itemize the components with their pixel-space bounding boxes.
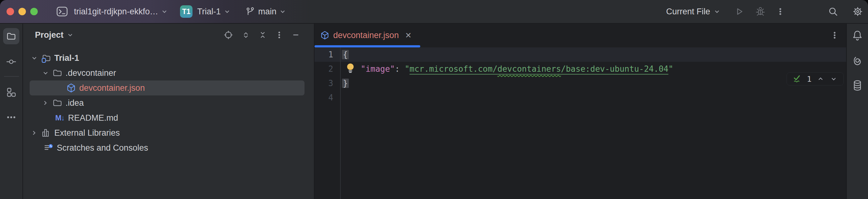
settings-gear-icon[interactable]: [852, 6, 864, 18]
project-switcher[interactable]: trial1git-rdjkpn-ekkfo…: [74, 7, 158, 16]
folder-icon: [53, 98, 62, 108]
main-area: Project: [0, 24, 868, 199]
code-line-1: {: [342, 47, 846, 62]
chevron-down-icon: [279, 8, 286, 15]
commit-toolwindow-button[interactable]: [3, 54, 19, 70]
tree-item-scratches[interactable]: Scratches and Consoles: [23, 140, 314, 155]
ai-assistant-button[interactable]: [849, 53, 866, 69]
tab-devcontainer-json[interactable]: devcontainer.json ✕: [314, 24, 420, 47]
project-panel-header: Project: [23, 24, 314, 46]
commit-icon: [6, 57, 17, 67]
chevron-right-icon[interactable]: [30, 129, 39, 137]
chevron-down-icon: [713, 8, 721, 15]
tree-item-devcontainer-json[interactable]: devcontainer.json: [23, 80, 314, 95]
minimize-window-button[interactable]: [19, 8, 26, 15]
workspace-badge[interactable]: T1: [180, 5, 192, 18]
tab-options-icon[interactable]: [831, 30, 839, 40]
tree-item-external-libraries[interactable]: External Libraries: [23, 125, 314, 140]
scratches-icon: [44, 143, 54, 153]
project-folder-icon: [6, 31, 16, 41]
tree-item-label: devcontainer.json: [79, 83, 145, 93]
tree-item-label: External Libraries: [54, 128, 120, 138]
window-controls: [6, 8, 38, 15]
notifications-button[interactable]: [849, 28, 866, 44]
chevron-down-icon[interactable]: [30, 54, 39, 62]
database-button[interactable]: [849, 77, 866, 94]
inspections-widget[interactable]: 1: [786, 72, 844, 86]
editor-gutter: 1 2 3 4: [314, 47, 341, 199]
devcontainer-cube-icon: [66, 83, 76, 93]
search-icon[interactable]: [828, 6, 839, 17]
structure-toolwindow-button[interactable]: [3, 84, 19, 100]
editor-area: devcontainer.json ✕ 1 2 3 4: [314, 24, 846, 199]
tab-label: devcontainer.json: [333, 31, 399, 40]
chevron-up-icon[interactable]: [816, 75, 825, 83]
tree-item-label: Trial-1: [54, 53, 79, 63]
more-tool-windows-icon: [6, 112, 17, 123]
code-line-2: "image": "mcr.microsoft.com/devcontainer…: [342, 62, 846, 76]
code-editor[interactable]: 1 2 3 4 { "image": "mcr.microsoft.com/de…: [314, 47, 846, 199]
project-panel: Project: [23, 24, 314, 199]
tree-item-readme[interactable]: M↓ README.md: [23, 110, 314, 125]
code-lines: { "image": "mcr.microsoft.com/devcontain…: [342, 47, 846, 105]
project-root-folder-icon: [41, 53, 51, 63]
chevron-down-icon: [223, 8, 231, 15]
folder-icon: [53, 68, 62, 78]
database-icon: [851, 79, 863, 92]
close-icon[interactable]: ✕: [405, 32, 411, 39]
left-toolwindow-stripe: [0, 24, 23, 199]
line-number: 4: [314, 91, 333, 105]
ai-assistant-icon: [851, 54, 864, 67]
structure-icon: [6, 87, 17, 98]
tree-item-devcontainer-folder[interactable]: .devcontainer: [23, 66, 314, 80]
locate-file-icon[interactable]: [223, 30, 234, 40]
branch-selector[interactable]: main: [258, 7, 277, 16]
line-number: 2: [314, 62, 333, 76]
notifications-bell-icon: [851, 29, 863, 42]
chevron-down-icon: [161, 8, 168, 15]
project-toolwindow-button[interactable]: [3, 28, 19, 44]
chevron-down-icon[interactable]: [830, 75, 838, 83]
tree-item-label: .devcontainer: [65, 68, 116, 78]
chevron-right-icon[interactable]: [41, 99, 50, 107]
fullscreen-window-button[interactable]: [30, 8, 38, 15]
devcontainer-cube-icon: [320, 31, 330, 40]
code-line-4: [342, 91, 846, 105]
editor-tab-bar: devcontainer.json ✕: [314, 24, 846, 47]
debug-icon[interactable]: [755, 6, 766, 17]
code-line-3: }: [342, 76, 846, 91]
close-window-button[interactable]: [6, 8, 14, 15]
run-configuration-selector[interactable]: Current File: [666, 7, 710, 16]
panel-options-icon[interactable]: [275, 30, 283, 40]
external-libraries-icon: [41, 128, 51, 138]
ide-window: trial1git-rdjkpn-ekkfo… T1 Trial-1 main …: [0, 0, 868, 199]
collapse-all-icon[interactable]: [258, 31, 267, 39]
chevron-down-icon: [67, 32, 74, 38]
image-link[interactable]: mcr.microsoft.com/devcontainers/base:dev…: [410, 64, 669, 74]
project-tree: Trial-1 .devcontainer: [23, 46, 314, 155]
title-bar: trial1git-rdjkpn-ekkfo… T1 Trial-1 main …: [0, 0, 868, 24]
tree-item-idea-folder[interactable]: .idea: [23, 95, 314, 110]
hide-panel-icon[interactable]: [291, 31, 300, 39]
line-number: 1: [314, 47, 333, 62]
tree-item-trial-1[interactable]: Trial-1: [23, 51, 314, 66]
markdown-icon: M↓: [55, 113, 65, 123]
chevron-down-icon[interactable]: [41, 69, 50, 77]
line-number: 3: [314, 76, 333, 91]
more-tool-windows-button[interactable]: [3, 109, 19, 125]
git-branch-icon: [245, 6, 255, 16]
expand-all-icon[interactable]: [242, 31, 250, 39]
problems-count: 1: [807, 74, 811, 84]
workspace-selector[interactable]: Trial-1: [197, 7, 221, 16]
right-toolwindow-stripe: [846, 24, 868, 199]
titlebar-actions: Current File: [666, 6, 864, 18]
terminal-project-icon[interactable]: [56, 5, 68, 18]
stripe-divider: [4, 76, 19, 77]
tree-item-label: README.md: [68, 113, 118, 123]
tree-item-label: Scratches and Consoles: [57, 143, 148, 153]
panel-title[interactable]: Project: [35, 30, 64, 40]
inspections-check-icon: [793, 74, 802, 84]
tree-item-label: .idea: [65, 98, 84, 108]
run-icon[interactable]: [734, 6, 744, 17]
more-actions-icon[interactable]: [776, 6, 785, 17]
